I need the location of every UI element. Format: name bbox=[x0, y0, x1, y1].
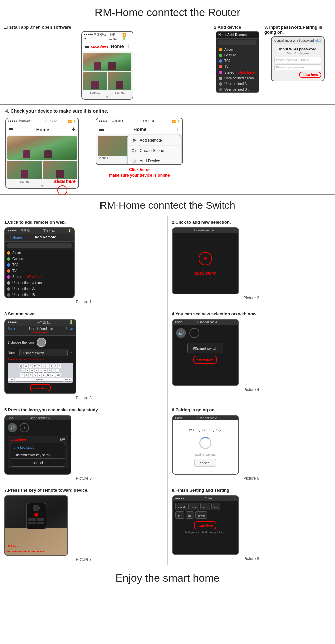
key-i[interactable]: I bbox=[50, 364, 53, 368]
hamburger-icon[interactable] bbox=[85, 45, 89, 48]
key-z[interactable]: Z bbox=[25, 373, 28, 377]
key-e[interactable]: E bbox=[29, 364, 32, 368]
s8-btn2[interactable]: mute bbox=[188, 503, 199, 510]
s8-btn5[interactable]: ch+ bbox=[175, 511, 184, 519]
s8-btn3[interactable]: vol+ bbox=[200, 503, 210, 510]
switch-step2-plus-btn[interactable]: + bbox=[199, 252, 212, 265]
s3-back[interactable]: Back bbox=[8, 327, 15, 334]
ud-b-icon bbox=[7, 293, 10, 297]
s8-btn2-text: mute bbox=[191, 506, 197, 509]
icon-preview[interactable] bbox=[37, 338, 46, 347]
dropdown-create-scene[interactable]: C+ Create Scene bbox=[128, 146, 181, 156]
step1-plus-btn[interactable]: + bbox=[126, 43, 130, 50]
name-input[interactable]: 90smart switch bbox=[19, 349, 68, 356]
key-j[interactable]: J bbox=[48, 369, 51, 372]
key-f[interactable]: F bbox=[35, 369, 38, 372]
step4-right-hamburger[interactable] bbox=[99, 128, 104, 131]
key-w[interactable]: W bbox=[24, 364, 28, 368]
step4-hamburger-icon[interactable] bbox=[9, 128, 13, 131]
step-1-block: 1.Install app ,then open software ●●●●● … bbox=[4, 25, 211, 100]
step4-right-plus-btn[interactable]: + bbox=[176, 126, 180, 133]
step2-click-here[interactable]: click here bbox=[238, 70, 255, 74]
dropdown-add-remote[interactable]: ⊕ Add Remote bbox=[128, 135, 181, 146]
waiting-sub: waiting learning bbox=[195, 453, 216, 456]
step-3-block: 3. Input password,Pairing is going on. C… bbox=[264, 25, 331, 81]
choose-icon-label: 1.choose the icon bbox=[8, 341, 34, 344]
key-return[interactable]: return bbox=[64, 378, 72, 381]
key-backspace[interactable]: ⌫ bbox=[55, 373, 61, 377]
key-c[interactable]: C bbox=[33, 373, 37, 377]
s4-back: Back bbox=[175, 320, 182, 324]
dropdown-add-device[interactable]: ⊞ Add Device bbox=[128, 156, 181, 165]
key-t[interactable]: T bbox=[37, 364, 41, 368]
key-s[interactable]: S bbox=[26, 369, 30, 372]
key-d[interactable]: D bbox=[30, 369, 34, 372]
step4-sub-scenes bbox=[7, 161, 77, 179]
s8-btn6[interactable]: ch- bbox=[186, 511, 194, 519]
step2-search[interactable] bbox=[218, 40, 257, 45]
key-o[interactable]: O bbox=[53, 364, 57, 368]
key-b[interactable]: B bbox=[42, 373, 46, 377]
step3-confirm[interactable]: 确定 bbox=[315, 38, 321, 43]
step5-click-here[interactable]: click here bbox=[11, 438, 26, 441]
switch-step2-click-here[interactable]: click here bbox=[194, 270, 216, 276]
key-a[interactable]: A bbox=[22, 369, 25, 372]
step6-cancel-btn[interactable]: cancel bbox=[194, 459, 216, 467]
switch-step3-header: Back User-defined info Click here Save bbox=[5, 326, 76, 336]
s1-home-back[interactable]: 〈 Home bbox=[8, 235, 22, 240]
s8-btn1[interactable]: sound bbox=[175, 503, 187, 510]
step4-plus-btn[interactable]: + bbox=[72, 126, 76, 133]
step5-plus-icon[interactable]: + bbox=[20, 423, 29, 432]
key-r[interactable]: R bbox=[33, 364, 37, 368]
switch-step1-search-bar[interactable] bbox=[5, 242, 74, 250]
switch-step6-content: waiting learning key waiting learning ca… bbox=[173, 420, 238, 474]
s8-btn7[interactable]: power bbox=[195, 511, 207, 519]
key-y[interactable]: Y bbox=[42, 364, 45, 368]
key-u[interactable]: U bbox=[46, 364, 49, 368]
step8-click-here[interactable]: click here bbox=[197, 524, 213, 528]
key-x[interactable]: X bbox=[29, 373, 33, 377]
ud-a-text: User-defined A bbox=[12, 287, 35, 291]
step3-click-here[interactable]: click here bbox=[303, 73, 318, 77]
key-l[interactable]: L bbox=[56, 369, 59, 372]
step5-cancel-option[interactable]: cancel bbox=[11, 459, 65, 466]
key-123[interactable]: 123 bbox=[8, 378, 14, 381]
step3-ssid-placeholder: Please input Wi-Fi name bbox=[276, 58, 309, 62]
switch-step3-click-here-header[interactable]: Click here bbox=[33, 331, 48, 334]
key-q[interactable]: Q bbox=[19, 364, 23, 368]
step3-wifi-input[interactable]: Please input Wi-Fi name bbox=[274, 57, 321, 63]
step5-customization-option[interactable]: Customization key study bbox=[11, 451, 65, 459]
key-n[interactable]: N bbox=[46, 373, 50, 377]
key-p[interactable]: P bbox=[58, 364, 62, 368]
step4-right-phone: ●●●●● 中国移动 ✦ 下午1:23 📶 🔋 Home + bbox=[96, 118, 183, 165]
switch-step3-click-here-keyboard[interactable]: click here bbox=[34, 387, 48, 390]
create-scene-icon: C+ bbox=[131, 148, 137, 154]
remote-stereo[interactable]: Stereo click here bbox=[5, 274, 74, 280]
step1-click-here[interactable]: click here bbox=[91, 44, 109, 48]
step4-click-here-text: click here bbox=[54, 178, 76, 184]
key-m[interactable]: M bbox=[51, 373, 55, 377]
step8-click-area: click here bbox=[175, 521, 236, 529]
key-shift[interactable]: ⇧ bbox=[20, 373, 24, 377]
key-h[interactable]: H bbox=[43, 369, 47, 372]
picture4-label: Picture 4 bbox=[172, 387, 331, 392]
step3-pwd-input[interactable]: Please input password bbox=[274, 64, 321, 70]
s8-btn4[interactable]: vol- bbox=[211, 503, 220, 510]
tv-text: TV bbox=[12, 269, 17, 273]
step3-cancel[interactable]: Cancel bbox=[274, 39, 284, 42]
step1-status-bar: ●●●●● 中国移动 ✦ 下午12:51 📶 🔋 bbox=[82, 32, 133, 41]
switch-step1-click-here[interactable]: click here bbox=[27, 275, 42, 279]
switch-step4-click-here[interactable]: click here bbox=[197, 358, 214, 362]
key-v[interactable]: V bbox=[38, 373, 41, 377]
switch-step4-content: 🔊 + 90smart switch click here bbox=[173, 325, 238, 385]
ud-a-icon bbox=[7, 287, 10, 291]
key-g[interactable]: G bbox=[39, 369, 43, 372]
key-space[interactable]: space bbox=[15, 378, 64, 381]
step4-plus-btn[interactable]: + bbox=[189, 328, 199, 338]
step5-one-key-option[interactable]: one key study bbox=[11, 443, 65, 451]
step4-new-btn[interactable]: 90smart switch bbox=[187, 343, 223, 353]
s3-save[interactable]: Save bbox=[65, 327, 73, 334]
keyboard-area: Q W E R T Y U I O P A bbox=[8, 363, 73, 383]
step4-new-btn-label: 90smart switch bbox=[193, 346, 217, 350]
key-k[interactable]: K bbox=[52, 369, 55, 372]
